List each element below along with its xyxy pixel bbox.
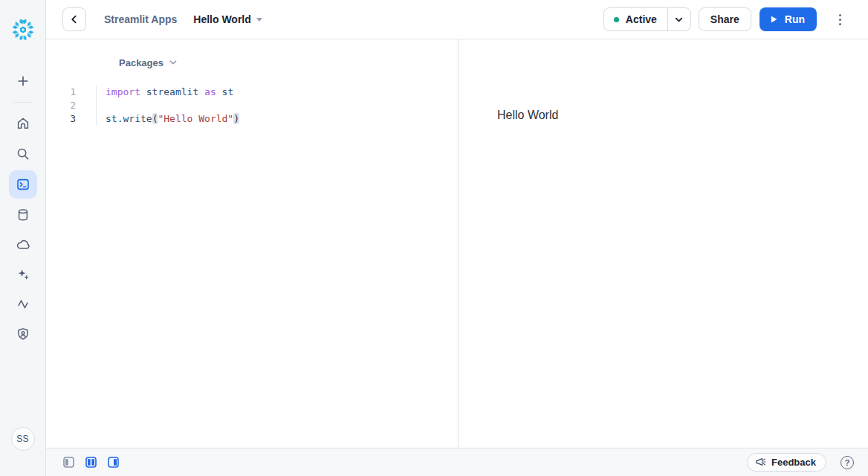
status-dropdown: Active xyxy=(603,7,691,31)
sidebar-item-home[interactable] xyxy=(9,109,37,138)
code-line[interactable]: 3st.write("Hello World") xyxy=(46,112,458,126)
sidebar-item-activity[interactable] xyxy=(9,290,37,318)
code-text[interactable] xyxy=(97,99,106,112)
code-line[interactable]: 1import streamlit as st xyxy=(46,86,458,99)
packages-dropdown[interactable]: Packages xyxy=(119,57,178,68)
megaphone-icon xyxy=(755,457,766,468)
layout-preview-only-button[interactable] xyxy=(108,457,119,468)
sidebar-item-projects[interactable] xyxy=(9,170,37,199)
play-icon xyxy=(768,14,779,25)
layout-toggle-group xyxy=(63,457,119,468)
preview-output-text: Hello World xyxy=(497,109,558,122)
status-chevron-button[interactable] xyxy=(667,8,690,30)
run-button[interactable]: Run xyxy=(760,7,817,31)
packages-label: Packages xyxy=(119,57,163,68)
sidebar-item-admin[interactable] xyxy=(9,320,37,348)
user-avatar[interactable]: SS xyxy=(11,427,35,451)
editor-toolbar: Packages xyxy=(46,39,458,86)
sidebar-divider xyxy=(13,102,33,103)
sidebar-item-new[interactable] xyxy=(9,67,37,95)
breadcrumb[interactable]: Streamlit Apps xyxy=(104,13,177,25)
app-window: SS Streamlit Apps Hello World Active Sha… xyxy=(0,0,868,476)
plus-icon xyxy=(16,74,30,89)
code-line[interactable]: 2 xyxy=(46,99,458,112)
home-icon xyxy=(16,116,30,131)
code-editor-panel: Packages 1import streamlit as st23st.wri… xyxy=(46,39,459,448)
sidebar-item-ai[interactable] xyxy=(9,260,37,289)
status-button[interactable]: Active xyxy=(604,8,667,30)
back-button[interactable] xyxy=(62,7,86,31)
title-caret-icon[interactable] xyxy=(256,18,262,22)
left-sidebar: SS xyxy=(0,0,46,476)
chevron-left-icon xyxy=(69,14,80,25)
status-bar: Feedback ? xyxy=(46,448,868,476)
activity-icon xyxy=(16,297,30,312)
chevron-down-icon xyxy=(674,15,684,25)
help-button[interactable]: ? xyxy=(841,456,854,469)
line-number: 2 xyxy=(46,99,97,112)
sidebar-item-search[interactable] xyxy=(9,140,37,168)
cloud-icon xyxy=(16,237,30,252)
chevron-down-icon xyxy=(169,58,178,67)
page-title[interactable]: Hello World xyxy=(193,13,251,25)
line-number: 1 xyxy=(46,86,97,99)
run-label: Run xyxy=(785,13,805,25)
database-icon xyxy=(16,208,30,222)
feedback-button[interactable]: Feedback xyxy=(747,453,826,472)
header: Streamlit Apps Hello World Active Share … xyxy=(46,0,868,39)
shield-user-icon xyxy=(16,327,30,341)
sidebar-item-cloud[interactable] xyxy=(9,231,37,259)
feedback-label: Feedback xyxy=(771,457,816,468)
code-text[interactable]: st.write("Hello World") xyxy=(97,112,239,126)
search-icon xyxy=(16,147,30,161)
line-number: 3 xyxy=(46,112,97,126)
more-options-button[interactable] xyxy=(829,7,850,31)
sparkles-icon xyxy=(16,267,30,282)
layout-editor-only-button[interactable] xyxy=(63,457,74,468)
terminal-icon xyxy=(16,177,30,192)
status-label: Active xyxy=(626,13,657,25)
code-lines[interactable]: 1import streamlit as st23st.write("Hello… xyxy=(46,86,458,126)
status-dot-icon xyxy=(614,17,619,22)
sidebar-item-data[interactable] xyxy=(9,201,37,229)
layout-split-button[interactable] xyxy=(85,457,97,468)
share-button[interactable]: Share xyxy=(699,7,751,31)
code-text[interactable]: import streamlit as st xyxy=(97,86,233,99)
kebab-icon xyxy=(839,14,841,25)
snowflake-logo-icon[interactable] xyxy=(10,16,36,43)
app-preview-panel: Hello World xyxy=(459,39,868,448)
